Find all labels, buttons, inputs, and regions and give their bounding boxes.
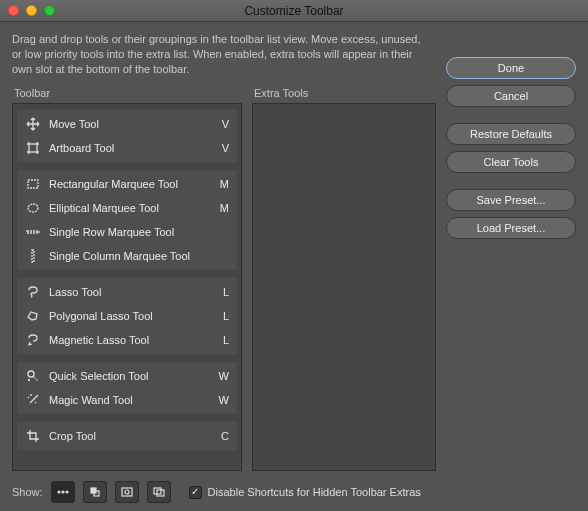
- col-marquee-icon: [25, 248, 41, 264]
- rect-marquee-icon: [25, 176, 41, 192]
- tool-row[interactable]: Move ToolV: [17, 112, 237, 136]
- extra-column-label: Extra Tools: [252, 87, 436, 99]
- tool-group[interactable]: Lasso ToolLPolygonal Lasso ToolLMagnetic…: [17, 278, 237, 354]
- tool-row[interactable]: Polygonal Lasso ToolL: [17, 304, 237, 328]
- close-button[interactable]: [8, 5, 19, 16]
- svg-point-8: [66, 491, 68, 493]
- extra-tools-list[interactable]: [252, 103, 436, 471]
- lasso-icon: [25, 284, 41, 300]
- show-swatch-button[interactable]: [83, 481, 107, 503]
- tool-row[interactable]: Artboard ToolV: [17, 136, 237, 160]
- tool-row[interactable]: Elliptical Marquee ToolM: [17, 196, 237, 220]
- tool-label: Elliptical Marquee Tool: [49, 202, 207, 214]
- clear-tools-button[interactable]: Clear Tools: [446, 151, 576, 173]
- svg-rect-1: [28, 180, 38, 188]
- wand-icon: [25, 392, 41, 408]
- tool-label: Polygonal Lasso Tool: [49, 310, 207, 322]
- tool-row[interactable]: Single Column Marquee Tool: [17, 244, 237, 268]
- svg-rect-11: [122, 488, 132, 496]
- tool-shortcut: L: [215, 310, 229, 322]
- ellipse-marquee-icon: [25, 200, 41, 216]
- crop-icon: [25, 428, 41, 444]
- disable-shortcuts-label: Disable Shortcuts for Hidden Toolbar Ext…: [208, 486, 421, 498]
- toolbar-list[interactable]: Move ToolVArtboard ToolVRectangular Marq…: [12, 103, 242, 471]
- show-dots-button[interactable]: [51, 481, 75, 503]
- load-preset-button[interactable]: Load Preset...: [446, 217, 576, 239]
- move-icon: [25, 116, 41, 132]
- svg-point-2: [28, 204, 38, 212]
- save-preset-button[interactable]: Save Preset...: [446, 189, 576, 211]
- tool-shortcut: V: [215, 118, 229, 130]
- tool-shortcut: L: [215, 286, 229, 298]
- cancel-button[interactable]: Cancel: [446, 85, 576, 107]
- window-title: Customize Toolbar: [0, 4, 588, 18]
- tool-shortcut: V: [215, 142, 229, 154]
- svg-rect-3: [27, 231, 39, 233]
- window-controls: [8, 5, 55, 16]
- tool-row[interactable]: Single Row Marquee Tool: [17, 220, 237, 244]
- poly-lasso-icon: [25, 308, 41, 324]
- artboard-icon: [25, 140, 41, 156]
- tool-shortcut: L: [215, 334, 229, 346]
- tool-row[interactable]: Crop ToolC: [17, 424, 237, 448]
- toolbar-column-label: Toolbar: [12, 87, 242, 99]
- tool-shortcut: C: [215, 430, 229, 442]
- disable-shortcuts-checkbox[interactable]: [189, 486, 202, 499]
- done-button[interactable]: Done: [446, 57, 576, 79]
- tool-label: Lasso Tool: [49, 286, 207, 298]
- tool-shortcut: W: [215, 370, 229, 382]
- mag-lasso-icon: [25, 332, 41, 348]
- footer: Show: Disable Shortcuts for Hidden Toolb…: [12, 471, 576, 503]
- restore-defaults-button[interactable]: Restore Defaults: [446, 123, 576, 145]
- tool-label: Magnetic Lasso Tool: [49, 334, 207, 346]
- tool-row[interactable]: Quick Selection ToolW: [17, 364, 237, 388]
- tool-shortcut: M: [215, 202, 229, 214]
- svg-point-12: [125, 490, 129, 494]
- show-screen-button[interactable]: [147, 481, 171, 503]
- tool-label: Single Column Marquee Tool: [49, 250, 207, 262]
- tool-label: Rectangular Marquee Tool: [49, 178, 207, 190]
- tool-label: Single Row Marquee Tool: [49, 226, 207, 238]
- tool-group[interactable]: Quick Selection ToolWMagic Wand ToolW: [17, 362, 237, 414]
- tool-row[interactable]: Rectangular Marquee ToolM: [17, 172, 237, 196]
- tool-row[interactable]: Lasso ToolL: [17, 280, 237, 304]
- zoom-button[interactable]: [44, 5, 55, 16]
- svg-point-7: [62, 491, 64, 493]
- tool-label: Crop Tool: [49, 430, 207, 442]
- svg-point-5: [28, 371, 34, 377]
- tool-shortcut: W: [215, 394, 229, 406]
- tool-label: Magic Wand Tool: [49, 394, 207, 406]
- tool-row[interactable]: Magnetic Lasso ToolL: [17, 328, 237, 352]
- minimize-button[interactable]: [26, 5, 37, 16]
- show-label: Show:: [12, 486, 43, 498]
- tool-label: Artboard Tool: [49, 142, 207, 154]
- svg-rect-4: [32, 250, 34, 262]
- svg-rect-0: [29, 144, 37, 152]
- titlebar: Customize Toolbar: [0, 0, 588, 22]
- svg-point-6: [58, 491, 60, 493]
- tool-row[interactable]: Magic Wand ToolW: [17, 388, 237, 412]
- tool-shortcut: M: [215, 178, 229, 190]
- tool-group[interactable]: Move ToolVArtboard ToolV: [17, 110, 237, 162]
- tool-group[interactable]: Crop ToolC: [17, 422, 237, 450]
- tool-label: Move Tool: [49, 118, 207, 130]
- show-mask-button[interactable]: [115, 481, 139, 503]
- row-marquee-icon: [25, 224, 41, 240]
- quick-sel-icon: [25, 368, 41, 384]
- tool-label: Quick Selection Tool: [49, 370, 207, 382]
- tool-group[interactable]: Rectangular Marquee ToolMElliptical Marq…: [17, 170, 237, 270]
